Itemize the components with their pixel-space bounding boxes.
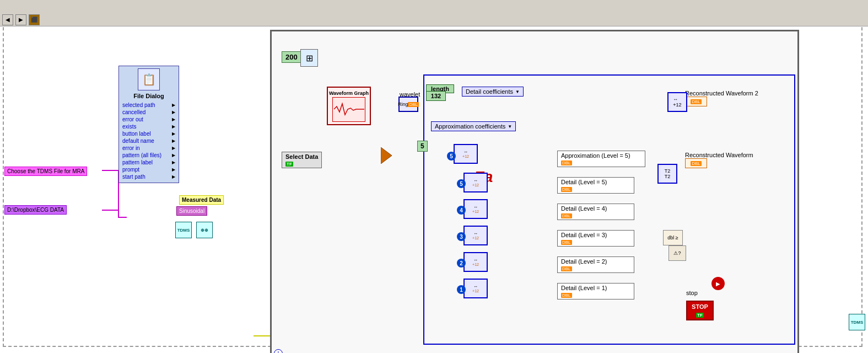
- recon-block-right-top: ↔+12: [667, 92, 687, 112]
- file-dialog-prompt: prompt: [121, 166, 176, 173]
- recon-waveform2-label: Reconstructed Waveform 2 DBL: [685, 90, 758, 106]
- num-3-badge: 3: [457, 232, 466, 241]
- tdms-icon-right: TDMS: [849, 314, 865, 330]
- detail-level3-label: Detail (Level = 3) DBL: [557, 230, 634, 247]
- num-5-badge-approx: 5: [447, 152, 456, 161]
- sinusoidal-box: Sinusoidal: [176, 206, 207, 216]
- error-indicator: ⚠?: [668, 245, 686, 261]
- info-icon: i: [274, 349, 283, 353]
- file-dialog-error-in: error in: [121, 145, 176, 152]
- const-5a: 5: [417, 141, 428, 152]
- file-dialog-default-name: default name: [121, 137, 176, 145]
- dbl-detail3: DBL: [561, 240, 572, 245]
- select-data-box[interactable]: Select Data TF: [282, 152, 322, 168]
- level1-detail-block: ↔ +12: [463, 279, 488, 298]
- detail-level1-label: Detail (Level = 1) DBL: [557, 283, 634, 299]
- tf-stop: TF: [696, 313, 704, 318]
- waveform-graph: Waveform Graph: [327, 87, 371, 125]
- recon-waveform-label: Reconstructed Waveform DBL: [685, 152, 753, 168]
- file-dialog-start-path: start path: [121, 173, 176, 180]
- svg-marker-14: [381, 147, 392, 164]
- dbl-recon: DBL: [691, 161, 702, 166]
- num-2-badge: 2: [457, 259, 466, 268]
- path-value-label: D:\Dropbox\ECG DATA: [4, 205, 67, 215]
- approx-level5-label: Approximation (Level = 5) DBL: [557, 151, 645, 167]
- dbl-wavelet: DBL: [408, 102, 419, 107]
- detail-level2-label: Detail (Level = 2) DBL: [557, 256, 634, 273]
- num-5-badge-detail: 5: [457, 179, 466, 188]
- main-program-box: i 200 ⊞ Waveform Graph Select Data TF: [270, 30, 799, 353]
- num-4-badge: 4: [457, 206, 466, 215]
- level5-approx-block: ↔ +12: [454, 144, 478, 164]
- tdms-icon-2: ⊕⊕: [196, 222, 213, 238]
- recon-block-right-mid: T2T2: [657, 164, 677, 184]
- file-dialog-pattern-all: pattern (all files): [121, 152, 176, 159]
- dbl-detail5: DBL: [561, 187, 572, 192]
- level5-detail-block: ↔ +12: [463, 173, 488, 192]
- file-dialog-icon: 📋: [138, 68, 160, 90]
- stop-button[interactable]: STOP TF: [686, 301, 714, 320]
- detail-level5-label: Detail (Level = 5) DBL: [557, 177, 634, 194]
- run-indicator: ▶: [711, 277, 725, 290]
- level4-detail-block: ↔ +12: [463, 199, 488, 219]
- tf-badge-select: TF: [285, 162, 293, 167]
- level3-detail-block: ↔ +12: [463, 226, 488, 245]
- choose-tdms-label: Choose the TDMS File for MRA: [4, 167, 87, 176]
- dbl-recon2: DBL: [691, 99, 702, 104]
- tdms-icon-1: TDMS: [175, 222, 192, 238]
- file-dialog-box: 📋 File Dialog selected path cancelled er…: [118, 66, 179, 183]
- file-dialog-title: File Dialog: [121, 93, 176, 99]
- toolbar-stop-btn[interactable]: ⬛: [29, 14, 40, 25]
- canvas-area: ◀ ▶ ⬛ i 200 ⊞ Waveform Graph Select: [0, 13, 868, 353]
- stop-label: stop: [686, 290, 698, 296]
- wavelet-ring-icon[interactable]: Ring DBL: [398, 97, 418, 112]
- toolbar-forward-btn[interactable]: ▶: [15, 14, 26, 25]
- detail-coeff-dropdown[interactable]: Detail coefficients: [462, 87, 524, 97]
- approx-coeff-dropdown[interactable]: Approximation coefficients: [431, 121, 516, 131]
- file-dialog-pattern-label: pattern label: [121, 159, 176, 166]
- toolbar-back-btn[interactable]: ◀: [2, 14, 13, 25]
- file-dialog-error-out: error out: [121, 116, 176, 123]
- merge-arrow: [381, 147, 392, 165]
- loop-icon: ⊞: [300, 49, 318, 67]
- file-dialog-selected-path: selected path: [121, 101, 176, 109]
- detail-level4-label: Detail (Level = 4) DBL: [557, 204, 634, 220]
- const-200: 200: [282, 51, 301, 63]
- dbl-detail2: DBL: [561, 266, 572, 271]
- error-box-right: dbl ≥: [663, 230, 683, 245]
- measured-data-box: Measured Data: [179, 195, 224, 205]
- level2-detail-block: ↔ +12: [463, 252, 488, 272]
- dbl-detail4: DBL: [561, 213, 572, 218]
- file-dialog-cancelled: cancelled: [121, 109, 176, 116]
- length-value-box: 132: [426, 91, 446, 101]
- file-dialog-button-label: button label: [121, 130, 176, 137]
- num-1-badge: 1: [457, 285, 466, 294]
- dbl-approx5: DBL: [561, 161, 572, 165]
- toolbar: ◀ ▶ ⬛: [0, 13, 868, 26]
- file-dialog-exists: exists: [121, 123, 176, 130]
- dbl-detail1: DBL: [561, 293, 572, 298]
